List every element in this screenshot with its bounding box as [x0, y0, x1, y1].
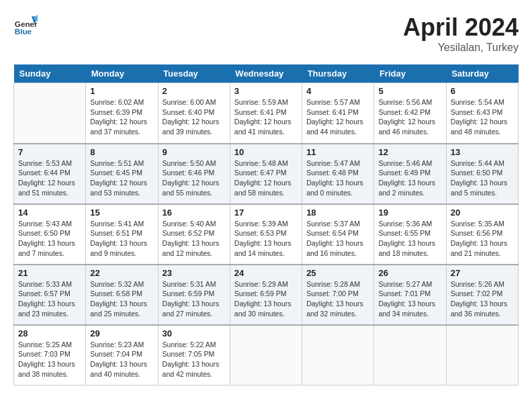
logo: General Blue — [13, 13, 38, 38]
day-info: Sunrise: 5:48 AM Sunset: 6:47 PM Dayligh… — [234, 158, 298, 198]
day-number: 19 — [378, 208, 441, 218]
day-info: Sunrise: 5:25 AM Sunset: 7:03 PM Dayligh… — [18, 340, 81, 379]
day-number: 4 — [306, 86, 369, 96]
day-number: 27 — [451, 268, 514, 278]
weekday-header-sunday: Sunday — [14, 64, 86, 83]
calendar-cell: 12Sunrise: 5:46 AM Sunset: 6:49 PM Dayli… — [374, 144, 446, 204]
day-number: 5 — [378, 86, 441, 96]
day-info: Sunrise: 6:02 AM Sunset: 6:39 PM Dayligh… — [90, 97, 153, 137]
day-info: Sunrise: 5:28 AM Sunset: 7:00 PM Dayligh… — [306, 279, 369, 319]
day-info: Sunrise: 5:32 AM Sunset: 6:58 PM Dayligh… — [90, 279, 153, 319]
calendar-cell: 6Sunrise: 5:54 AM Sunset: 6:43 PM Daylig… — [446, 83, 518, 144]
calendar-cell: 4Sunrise: 5:57 AM Sunset: 6:41 PM Daylig… — [302, 83, 374, 144]
day-info: Sunrise: 5:59 AM Sunset: 6:41 PM Dayligh… — [234, 97, 298, 137]
day-info: Sunrise: 5:47 AM Sunset: 6:48 PM Dayligh… — [306, 158, 369, 198]
day-number: 15 — [90, 208, 153, 218]
calendar-cell: 29Sunrise: 5:23 AM Sunset: 7:04 PM Dayli… — [86, 325, 158, 385]
calendar-cell: 15Sunrise: 5:41 AM Sunset: 6:51 PM Dayli… — [86, 204, 158, 265]
day-info: Sunrise: 6:00 AM Sunset: 6:40 PM Dayligh… — [163, 97, 226, 137]
day-number: 2 — [163, 86, 226, 96]
day-info: Sunrise: 5:50 AM Sunset: 6:46 PM Dayligh… — [163, 158, 226, 198]
calendar-cell — [14, 83, 86, 144]
weekday-header-monday: Monday — [86, 64, 158, 83]
day-number: 6 — [451, 86, 514, 96]
calendar-cell: 26Sunrise: 5:27 AM Sunset: 7:01 PM Dayli… — [374, 265, 446, 325]
day-number: 12 — [378, 147, 441, 157]
page-header: General Blue April 2024 Yesilalan, Turke… — [13, 13, 519, 54]
day-number: 22 — [90, 268, 153, 278]
calendar-cell: 25Sunrise: 5:28 AM Sunset: 7:00 PM Dayli… — [302, 265, 374, 325]
calendar-cell: 22Sunrise: 5:32 AM Sunset: 6:58 PM Dayli… — [86, 265, 158, 325]
day-info: Sunrise: 5:46 AM Sunset: 6:49 PM Dayligh… — [378, 158, 441, 198]
calendar-cell: 17Sunrise: 5:39 AM Sunset: 6:53 PM Dayli… — [230, 204, 302, 265]
day-info: Sunrise: 5:26 AM Sunset: 7:02 PM Dayligh… — [451, 279, 514, 319]
weekday-header-row: SundayMondayTuesdayWednesdayThursdayFrid… — [14, 64, 519, 83]
day-number: 18 — [306, 208, 369, 218]
day-info: Sunrise: 5:43 AM Sunset: 6:50 PM Dayligh… — [18, 219, 81, 259]
calendar-cell: 11Sunrise: 5:47 AM Sunset: 6:48 PM Dayli… — [302, 144, 374, 204]
calendar-cell: 24Sunrise: 5:29 AM Sunset: 6:59 PM Dayli… — [230, 265, 302, 325]
title-section: April 2024 Yesilalan, Turkey — [403, 13, 519, 54]
weekday-header-friday: Friday — [374, 64, 446, 83]
calendar-cell: 10Sunrise: 5:48 AM Sunset: 6:47 PM Dayli… — [230, 144, 302, 204]
logo-icon: General Blue — [13, 13, 38, 38]
calendar-cell: 18Sunrise: 5:37 AM Sunset: 6:54 PM Dayli… — [302, 204, 374, 265]
day-info: Sunrise: 5:54 AM Sunset: 6:43 PM Dayligh… — [451, 97, 514, 137]
day-info: Sunrise: 5:41 AM Sunset: 6:51 PM Dayligh… — [90, 219, 153, 259]
day-info: Sunrise: 5:35 AM Sunset: 6:56 PM Dayligh… — [451, 219, 514, 259]
day-info: Sunrise: 5:40 AM Sunset: 6:52 PM Dayligh… — [163, 219, 226, 259]
day-info: Sunrise: 5:53 AM Sunset: 6:44 PM Dayligh… — [18, 158, 81, 198]
day-info: Sunrise: 5:37 AM Sunset: 6:54 PM Dayligh… — [306, 219, 369, 259]
weekday-header-saturday: Saturday — [446, 64, 518, 83]
day-number: 20 — [451, 208, 514, 218]
calendar-week-row: 28Sunrise: 5:25 AM Sunset: 7:03 PM Dayli… — [14, 325, 519, 385]
calendar-cell: 13Sunrise: 5:44 AM Sunset: 6:50 PM Dayli… — [446, 144, 518, 204]
day-info: Sunrise: 5:29 AM Sunset: 6:59 PM Dayligh… — [234, 279, 298, 319]
calendar-week-row: 14Sunrise: 5:43 AM Sunset: 6:50 PM Dayli… — [14, 204, 519, 265]
sub-title: Yesilalan, Turkey — [403, 42, 519, 54]
day-number: 13 — [451, 147, 514, 157]
weekday-header-tuesday: Tuesday — [158, 64, 230, 83]
day-number: 25 — [306, 268, 369, 278]
calendar-cell: 23Sunrise: 5:31 AM Sunset: 6:59 PM Dayli… — [158, 265, 230, 325]
calendar-week-row: 7Sunrise: 5:53 AM Sunset: 6:44 PM Daylig… — [14, 144, 519, 204]
calendar-cell: 20Sunrise: 5:35 AM Sunset: 6:56 PM Dayli… — [446, 204, 518, 265]
weekday-header-thursday: Thursday — [302, 64, 374, 83]
calendar-cell: 16Sunrise: 5:40 AM Sunset: 6:52 PM Dayli… — [158, 204, 230, 265]
day-info: Sunrise: 5:44 AM Sunset: 6:50 PM Dayligh… — [451, 158, 514, 198]
day-number: 29 — [90, 328, 153, 338]
calendar-cell — [446, 325, 518, 385]
svg-text:Blue: Blue — [15, 27, 32, 36]
day-number: 24 — [234, 268, 298, 278]
day-number: 21 — [18, 268, 81, 278]
day-number: 8 — [90, 147, 153, 157]
calendar-cell: 27Sunrise: 5:26 AM Sunset: 7:02 PM Dayli… — [446, 265, 518, 325]
calendar-cell: 30Sunrise: 5:22 AM Sunset: 7:05 PM Dayli… — [158, 325, 230, 385]
calendar-week-row: 21Sunrise: 5:33 AM Sunset: 6:57 PM Dayli… — [14, 265, 519, 325]
day-number: 30 — [163, 328, 226, 338]
calendar-cell: 7Sunrise: 5:53 AM Sunset: 6:44 PM Daylig… — [14, 144, 86, 204]
day-info: Sunrise: 5:27 AM Sunset: 7:01 PM Dayligh… — [378, 279, 441, 319]
calendar-cell: 9Sunrise: 5:50 AM Sunset: 6:46 PM Daylig… — [158, 144, 230, 204]
calendar-cell — [230, 325, 302, 385]
calendar-cell: 5Sunrise: 5:56 AM Sunset: 6:42 PM Daylig… — [374, 83, 446, 144]
day-number: 9 — [163, 147, 226, 157]
day-number: 10 — [234, 147, 298, 157]
calendar-cell — [302, 325, 374, 385]
day-number: 14 — [18, 208, 81, 218]
calendar-table: SundayMondayTuesdayWednesdayThursdayFrid… — [13, 64, 519, 385]
calendar-cell: 28Sunrise: 5:25 AM Sunset: 7:03 PM Dayli… — [14, 325, 86, 385]
day-info: Sunrise: 5:57 AM Sunset: 6:41 PM Dayligh… — [306, 97, 369, 137]
day-info: Sunrise: 5:36 AM Sunset: 6:55 PM Dayligh… — [378, 219, 441, 259]
day-number: 26 — [378, 268, 441, 278]
day-number: 16 — [163, 208, 226, 218]
calendar-cell: 8Sunrise: 5:51 AM Sunset: 6:45 PM Daylig… — [86, 144, 158, 204]
calendar-cell: 2Sunrise: 6:00 AM Sunset: 6:40 PM Daylig… — [158, 83, 230, 144]
day-number: 7 — [18, 147, 81, 157]
day-info: Sunrise: 5:22 AM Sunset: 7:05 PM Dayligh… — [163, 340, 226, 379]
day-info: Sunrise: 5:23 AM Sunset: 7:04 PM Dayligh… — [90, 340, 153, 379]
day-number: 28 — [18, 328, 81, 338]
day-number: 17 — [234, 208, 298, 218]
main-title: April 2024 — [403, 13, 519, 42]
day-info: Sunrise: 5:33 AM Sunset: 6:57 PM Dayligh… — [18, 279, 81, 319]
